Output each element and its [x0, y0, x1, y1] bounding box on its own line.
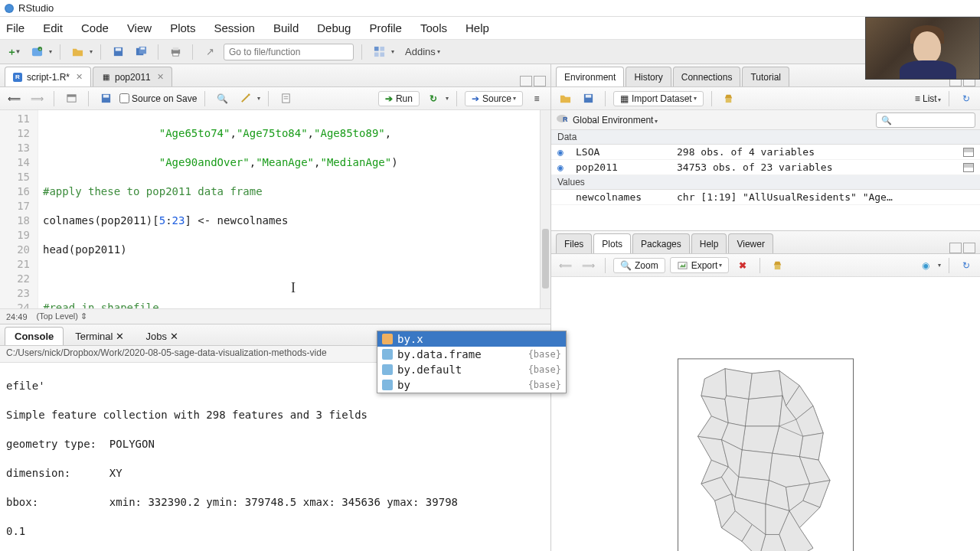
- remove-plot-button[interactable]: ✖: [733, 256, 752, 275]
- env-row-lsoa[interactable]: ◉ LSOA 298 obs. of 4 variables: [551, 145, 980, 160]
- chevron-down-icon[interactable]: ▾: [446, 95, 449, 102]
- menu-debug[interactable]: Debug: [317, 21, 351, 34]
- svg-rect-13: [374, 52, 378, 57]
- source-on-save-checkbox[interactable]: Source on Save: [119, 93, 197, 104]
- menu-tools[interactable]: Tools: [420, 21, 447, 34]
- goto-file-input[interactable]: [224, 44, 354, 60]
- svg-rect-11: [374, 47, 378, 51]
- view-data-icon[interactable]: [963, 163, 974, 172]
- env-row-pop2011[interactable]: ◉ pop2011 34753 obs. of 23 variables: [551, 160, 980, 175]
- tab-console[interactable]: Console: [5, 327, 64, 345]
- tab-tutorial[interactable]: Tutorial: [742, 67, 789, 86]
- autocomplete-item[interactable]: by.x: [377, 331, 566, 347]
- save-all-button[interactable]: [132, 43, 150, 61]
- environment-search-input[interactable]: [876, 112, 975, 128]
- plot-prev-button[interactable]: ⟸: [556, 256, 574, 275]
- code-content[interactable]: "Age65to74","Age75to84","Age85to89", "Ag…: [38, 110, 550, 308]
- tab-pop2011[interactable]: ▦ pop2011 ✕: [93, 67, 172, 86]
- code-editor[interactable]: 111213 141516 171819 202122 2324 "Age65t…: [0, 110, 550, 308]
- wand-button[interactable]: [236, 90, 254, 108]
- scope-selector[interactable]: Global Environment ▾: [573, 115, 658, 126]
- clear-plots-button[interactable]: [768, 256, 786, 275]
- autocomplete-item[interactable]: by {base}: [377, 377, 566, 393]
- tab-packages[interactable]: Packages: [632, 233, 690, 253]
- view-data-icon[interactable]: [963, 148, 974, 157]
- tab-script[interactable]: R script-1.R* ✕: [5, 67, 91, 86]
- report-button[interactable]: [276, 90, 295, 108]
- view-mode-toggle[interactable]: ≡ List ▾: [915, 93, 941, 104]
- menu-build[interactable]: Build: [273, 21, 299, 34]
- chevron-down-icon[interactable]: ▾: [90, 48, 93, 55]
- tab-files[interactable]: Files: [556, 233, 592, 253]
- svg-rect-22: [284, 99, 289, 99]
- import-dataset-button[interactable]: ▦Import Dataset▾: [613, 91, 704, 106]
- tab-terminal[interactable]: Terminal✕: [65, 327, 134, 345]
- new-file-button[interactable]: ＋▼: [5, 43, 23, 61]
- tab-help[interactable]: Help: [691, 233, 727, 253]
- pane-controls[interactable]: [949, 243, 975, 253]
- menu-plots[interactable]: Plots: [170, 21, 195, 34]
- rerun-button[interactable]: ↻: [424, 90, 443, 108]
- r-file-icon: R: [13, 73, 22, 82]
- menu-session[interactable]: Session: [214, 21, 255, 34]
- tab-environment[interactable]: Environment: [556, 67, 624, 86]
- svg-rect-4: [115, 48, 121, 51]
- chevron-down-icon[interactable]: ▾: [391, 48, 394, 55]
- open-file-button[interactable]: [68, 43, 87, 61]
- tab-jobs[interactable]: Jobs✕: [136, 327, 188, 345]
- environment-toolbar: ▦Import Dataset▾ ≡ List ▾ ↻: [551, 87, 980, 110]
- new-project-button[interactable]: +: [28, 43, 46, 61]
- close-icon[interactable]: ✕: [157, 72, 164, 82]
- plot-next-button[interactable]: ⟹: [579, 256, 597, 275]
- workspace-panes-button[interactable]: [370, 43, 388, 61]
- publish-button[interactable]: ◉: [916, 256, 935, 275]
- svg-rect-10: [172, 53, 178, 56]
- tab-plots[interactable]: Plots: [593, 233, 631, 253]
- menu-help[interactable]: Help: [466, 21, 489, 34]
- env-section-values: Values: [551, 175, 980, 190]
- scope-indicator[interactable]: (Top Level) ⇕: [37, 311, 87, 321]
- addins-menu[interactable]: Addins ▾: [405, 46, 440, 57]
- menu-edit[interactable]: Edit: [43, 21, 63, 34]
- chevron-down-icon[interactable]: ▾: [938, 262, 941, 269]
- outline-button[interactable]: ≡: [528, 90, 546, 108]
- menu-profile[interactable]: Profile: [369, 21, 402, 34]
- cursor-position: 24:49: [6, 312, 28, 321]
- autocomplete-item[interactable]: by.default {base}: [377, 362, 566, 377]
- chevron-down-icon[interactable]: ▾: [49, 48, 52, 55]
- menu-code[interactable]: Code: [81, 21, 109, 34]
- expand-icon[interactable]: ◉: [557, 146, 567, 158]
- export-button[interactable]: Export▾: [670, 257, 730, 273]
- window-titlebar: RStudio: [0, 0, 980, 17]
- source-button[interactable]: ➔Source▾: [465, 91, 523, 106]
- close-icon[interactable]: ✕: [76, 72, 83, 82]
- back-button[interactable]: ⟸: [5, 90, 23, 108]
- chevron-down-icon[interactable]: ▾: [257, 95, 260, 102]
- save-workspace-button[interactable]: [579, 90, 597, 108]
- forward-button[interactable]: ⟹: [28, 90, 46, 108]
- save-button[interactable]: [109, 43, 127, 61]
- tab-connections[interactable]: Connections: [673, 67, 741, 86]
- refresh-plot-button[interactable]: ↻: [957, 256, 975, 275]
- print-button[interactable]: [166, 43, 185, 61]
- autocomplete-popup[interactable]: by.x by.data.frame {base} by.default {ba…: [377, 331, 567, 393]
- run-button[interactable]: ➔Run: [378, 91, 420, 106]
- menu-view[interactable]: View: [127, 21, 152, 34]
- refresh-button[interactable]: ↻: [957, 90, 975, 108]
- line-gutter: 111213 141516 171819 202122 2324: [0, 110, 38, 308]
- svg-rect-24: [585, 95, 591, 98]
- expand-icon[interactable]: ◉: [557, 161, 567, 173]
- load-workspace-button[interactable]: [556, 90, 574, 108]
- tab-history[interactable]: History: [626, 67, 671, 86]
- clear-workspace-button[interactable]: [720, 90, 738, 108]
- menu-file[interactable]: File: [6, 21, 24, 34]
- save-button[interactable]: [96, 90, 115, 108]
- autocomplete-item[interactable]: by.data.frame {base}: [377, 347, 566, 362]
- find-button[interactable]: 🔍: [213, 90, 231, 108]
- zoom-button[interactable]: 🔍 Zoom: [613, 258, 665, 273]
- env-row-newcolnames[interactable]: ◉ newcolnames chr [1:19] "AllUsualReside…: [551, 190, 980, 205]
- editor-scrollbar[interactable]: [540, 110, 550, 308]
- pane-controls[interactable]: [520, 76, 546, 86]
- show-in-new-window-button[interactable]: [62, 90, 80, 108]
- tab-viewer[interactable]: Viewer: [728, 233, 773, 253]
